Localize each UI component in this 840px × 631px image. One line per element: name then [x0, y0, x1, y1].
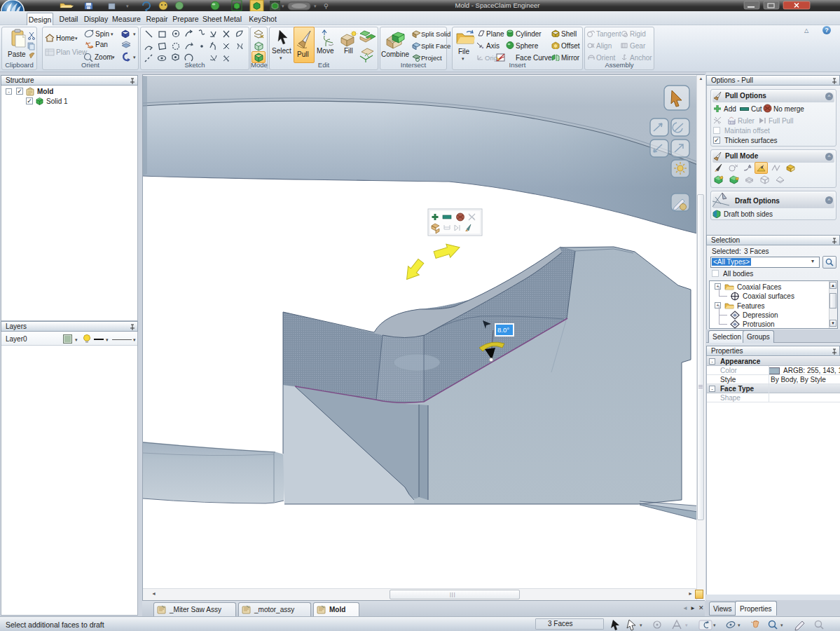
- svg-text:▾: ▾: [314, 4, 317, 8]
- svg-text:▾: ▾: [133, 32, 136, 36]
- svg-text:▾: ▾: [640, 623, 642, 627]
- svg-text:8.0°: 8.0°: [497, 326, 509, 334]
- svg-text:⚲: ⚲: [324, 3, 329, 10]
- svg-text:▾: ▾: [713, 623, 716, 627]
- svg-text:▾: ▾: [780, 623, 783, 627]
- svg-text:▾: ▾: [738, 623, 741, 627]
- svg-text:▾: ▾: [685, 623, 688, 627]
- svg-text:▾: ▾: [133, 55, 136, 60]
- svg-text:▾: ▾: [282, 4, 284, 8]
- svg-text:▾: ▾: [126, 4, 129, 8]
